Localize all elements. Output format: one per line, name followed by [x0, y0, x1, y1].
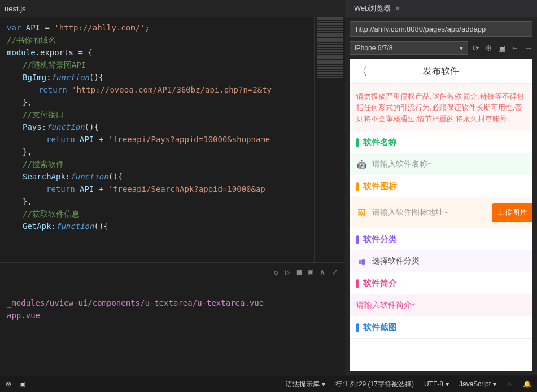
terminal-panel: ↻ ▷ ■ ▣ ∧ ⤢ _modules/uview-ui/components… [0, 262, 345, 375]
code-token: = { [73, 48, 93, 57]
collapse-icon[interactable]: ∧ [320, 267, 325, 276]
warning-text: 请勿投稿严重侵权产品,软件名称,简介,链接等不得包括任何形式的引流行为,必须保证… [350, 84, 532, 131]
back-arrow-icon[interactable]: 〈 [356, 64, 368, 79]
forward-icon[interactable]: → [525, 43, 532, 52]
code-token: 'http://ahlly.com/' [54, 23, 145, 32]
terminal-line: _modules/uview-ui/components/u-textarea/… [7, 297, 338, 309]
code-token: 'freeapi/SearchApk?appid=10000&ap [108, 184, 265, 193]
back-icon[interactable]: ← [511, 43, 519, 52]
code-token: Pays [23, 122, 42, 131]
code-comment: //获取软件信息 [23, 209, 80, 218]
placeholder-text: 选择软件分类 [372, 256, 526, 266]
browser-tab[interactable]: Web浏览器 ✕ [350, 1, 405, 16]
code-token: (){ [108, 172, 123, 181]
page-title: 发布软件 [423, 65, 459, 77]
bell-icon[interactable]: 🔔 [523, 380, 531, 388]
cursor-position[interactable]: 行:1 列:29 (17字符被选择) [335, 380, 414, 389]
status-bar: ⊗ ▣ 语法提示库 ▾ 行:1 列:29 (17字符被选择) UTF-8 ▾ J… [0, 376, 537, 392]
code-comment: //支付接口 [23, 110, 64, 119]
url-input[interactable]: http://ahlly.com:8080/pages/app/addapp [350, 21, 532, 37]
category-select[interactable]: ▦ 选择软件分类 [350, 250, 532, 272]
desc-input[interactable]: 请输入软件简介~ [350, 294, 532, 316]
code-token: (){ [89, 73, 103, 82]
section-title-name: 软件名称 [363, 137, 397, 148]
code-token: BgImg [23, 73, 46, 82]
mobile-preview: 〈 发布软件 请勿投稿严重侵权产品,软件名称,简介,链接等不得包括任何形式的引流… [350, 59, 532, 371]
code-token: API [80, 184, 94, 193]
code-token: API [80, 135, 94, 144]
device-selector[interactable]: iPhone 6/7/8 ▾ [350, 41, 468, 55]
mobile-header: 〈 发布软件 [350, 59, 532, 84]
section-title-icon: 软件图标 [363, 181, 397, 192]
play-icon[interactable]: ▷ [285, 267, 290, 276]
code-token: = [45, 23, 49, 32]
code-token: SearchApk [23, 172, 66, 181]
code-token: 'freeapi/Pays?appid=10000&shopname [108, 135, 270, 144]
terminal-line: app.vue [7, 309, 338, 321]
placeholder-text: 请输入软件名称~ [372, 159, 526, 169]
close-icon[interactable]: ✕ [395, 5, 400, 12]
code-token: + [99, 135, 103, 144]
image-icon: 🖼 [356, 208, 366, 218]
encoding[interactable]: UTF-8 ▾ [424, 380, 449, 388]
code-token: function [70, 172, 108, 181]
code-token: return [46, 184, 75, 193]
grammar-library[interactable]: 语法提示库 ▾ [286, 380, 325, 389]
code-token: GetApk [23, 222, 51, 231]
section-title-category: 软件分类 [363, 234, 397, 245]
warning-icon[interactable]: ⚠ [507, 380, 513, 388]
grid-icon: ▦ [356, 256, 366, 266]
gear-icon[interactable]: ⚙ [485, 43, 492, 52]
code-token: function [51, 73, 89, 82]
code-token: (){ [94, 222, 108, 231]
editor-tab[interactable]: uest.js [5, 5, 26, 13]
code-token: API [26, 23, 40, 32]
code-comment: //搜索软件 [23, 160, 64, 169]
code-token: ; [145, 23, 150, 32]
code-token: }, [23, 98, 32, 107]
minimap[interactable] [314, 17, 345, 262]
code-token: function [56, 222, 94, 231]
code-token: .exports [36, 48, 73, 57]
image-icon[interactable]: ▣ [308, 267, 313, 276]
chevron-down-icon: ▾ [460, 44, 463, 52]
code-token: }, [23, 147, 32, 156]
upload-button[interactable]: 上传图片 [492, 203, 532, 222]
placeholder-text: 请输入软件图标地址~ [372, 208, 486, 218]
section-title-desc: 软件简介 [363, 278, 397, 289]
terminal-icon[interactable]: ▣ [19, 380, 25, 388]
expand-icon[interactable]: ⤢ [331, 267, 338, 276]
replay-icon[interactable]: ↻ [274, 267, 278, 276]
code-comment: //随机背景图API [23, 60, 86, 69]
editor-tab-bar: uest.js [0, 0, 345, 17]
app-name-input[interactable]: 🤖 请输入软件名称~ [350, 153, 532, 175]
code-comment: //书你的域名 [7, 36, 56, 45]
code-editor[interactable]: var API = 'http://ahlly.com/'; //书你的域名 m… [0, 17, 314, 262]
code-token: module [7, 48, 36, 57]
code-token: return [38, 85, 67, 94]
placeholder-text: 请输入软件简介~ [356, 300, 526, 310]
code-token: (){ [85, 122, 99, 131]
code-token: var [7, 23, 21, 32]
browser-tab-label: Web浏览器 [354, 3, 391, 14]
screenshot-icon[interactable]: ▣ [498, 43, 505, 52]
code-token: function [46, 122, 84, 131]
browser-tab-bar: Web浏览器 ✕ [345, 0, 537, 17]
section-title-screenshot: 软件截图 [363, 322, 397, 333]
android-icon: 🤖 [356, 159, 366, 169]
code-token: }, [23, 197, 32, 206]
code-token: return [46, 135, 75, 144]
code-token: 'http://ovooa.com/API/360bz/api.php?n=2&… [72, 85, 272, 94]
device-label: iPhone 6/7/8 [355, 44, 392, 52]
language-mode[interactable]: JavaScript ▾ [459, 380, 496, 388]
stop-icon[interactable]: ■ [297, 267, 302, 276]
code-token: + [99, 184, 103, 193]
rotate-icon[interactable]: ⟳ [473, 43, 479, 52]
error-icon[interactable]: ⊗ [6, 380, 11, 388]
app-icon-input[interactable]: 🖼 请输入软件图标地址~ 上传图片 [350, 197, 532, 228]
